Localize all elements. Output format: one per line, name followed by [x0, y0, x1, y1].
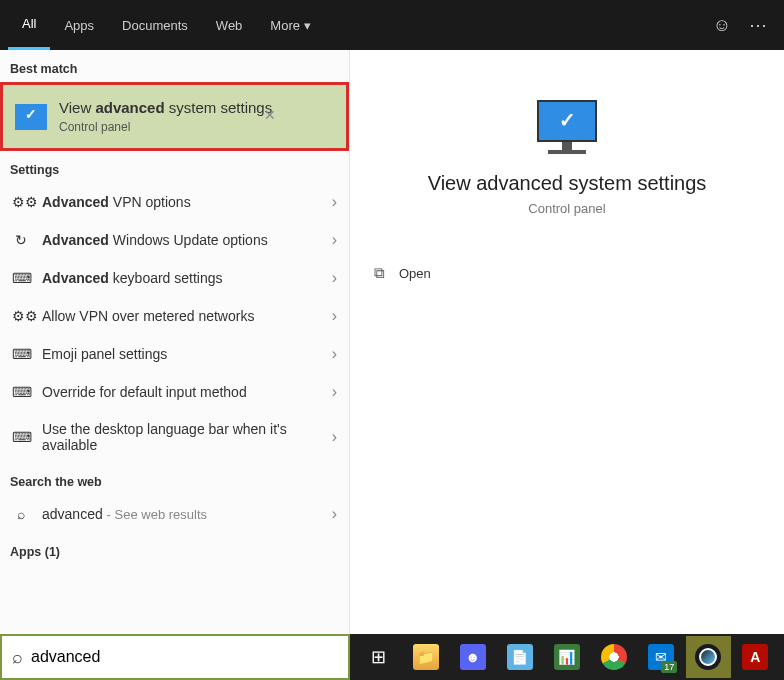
taskbar-notepad[interactable]: 📄 — [497, 636, 542, 678]
tab-apps[interactable]: Apps — [50, 0, 108, 50]
search-input[interactable] — [23, 648, 338, 666]
best-match-subtitle: Control panel — [59, 120, 334, 134]
section-best-match: Best match — [0, 50, 349, 82]
taskbar-file-explorer[interactable]: 📁 — [403, 636, 448, 678]
search-icon: ⌕ — [12, 506, 30, 522]
tab-web[interactable]: Web — [202, 0, 257, 50]
chevron-right-icon: › — [332, 505, 337, 523]
settings-result[interactable]: ⌨Override for default input method› — [0, 373, 349, 411]
chevron-right-icon: › — [332, 345, 337, 363]
tab-more[interactable]: More ▾ — [256, 0, 324, 50]
tab-documents[interactable]: Documents — [108, 0, 202, 50]
open-action[interactable]: ⧉ Open — [370, 256, 764, 290]
taskbar: ⊞ 📁 ☻ 📄 📊 ✉17 A — [350, 634, 784, 680]
chevron-right-icon: › — [332, 307, 337, 325]
best-match-title: View advanced system settings — [59, 99, 334, 116]
section-settings: Settings — [0, 151, 349, 183]
preview-title: View advanced system settings — [370, 172, 764, 195]
settings-item-icon: ⌨ — [12, 429, 30, 445]
settings-item-label: Advanced VPN options — [42, 194, 320, 210]
settings-result[interactable]: ⌨Advanced keyboard settings› — [0, 259, 349, 297]
search-filter-tabs: All Apps Documents Web More ▾ ☺ ⋯ — [0, 0, 784, 50]
taskbar-discord[interactable]: ☻ — [450, 636, 495, 678]
settings-item-label: Advanced keyboard settings — [42, 270, 320, 286]
settings-item-icon: ⚙⚙ — [12, 308, 30, 324]
preview-icon: View advanced system settings Control pa… — [370, 100, 764, 216]
taskbar-adobe-reader[interactable]: A — [733, 636, 778, 678]
search-icon: ⌕ — [12, 647, 23, 668]
settings-item-label: Emoji panel settings — [42, 346, 320, 362]
best-match-result[interactable]: View advanced system settings Control pa… — [0, 82, 349, 151]
settings-item-label: Use the desktop language bar when it's a… — [42, 421, 320, 453]
taskbar-steam[interactable] — [686, 636, 731, 678]
settings-item-label: Allow VPN over metered networks — [42, 308, 320, 324]
settings-result[interactable]: ⌨Use the desktop language bar when it's … — [0, 411, 349, 463]
chevron-right-icon: › — [332, 428, 337, 446]
section-search-web: Search the web — [0, 463, 349, 495]
task-view-button[interactable]: ⊞ — [356, 636, 401, 678]
settings-result[interactable]: ⚙⚙Allow VPN over metered networks› — [0, 297, 349, 335]
close-icon[interactable]: ✕ — [264, 107, 276, 123]
preview-pane: View advanced system settings Control pa… — [350, 50, 784, 634]
settings-item-icon: ⌨ — [12, 346, 30, 362]
open-icon: ⧉ — [374, 264, 385, 282]
settings-result[interactable]: ⌨Emoji panel settings› — [0, 335, 349, 373]
taskbar-chrome[interactable] — [592, 636, 637, 678]
settings-item-icon: ⚙⚙ — [12, 194, 30, 210]
settings-item-label: Override for default input method — [42, 384, 320, 400]
settings-result[interactable]: ↻Advanced Windows Update options› — [0, 221, 349, 259]
settings-item-icon: ↻ — [12, 232, 30, 248]
feedback-icon[interactable]: ☺ — [704, 0, 740, 50]
settings-item-icon: ⌨ — [12, 384, 30, 400]
taskbar-task-manager[interactable]: 📊 — [544, 636, 589, 678]
chevron-right-icon: › — [332, 269, 337, 287]
search-box[interactable]: ⌕ — [0, 634, 350, 680]
more-options-icon[interactable]: ⋯ — [740, 0, 776, 50]
tab-all[interactable]: All — [8, 0, 50, 50]
section-apps: Apps (1) — [0, 533, 349, 565]
preview-subtitle: Control panel — [370, 201, 764, 216]
settings-item-label: Advanced Windows Update options — [42, 232, 320, 248]
system-settings-icon — [15, 104, 47, 130]
settings-result[interactable]: ⚙⚙Advanced VPN options› — [0, 183, 349, 221]
settings-item-icon: ⌨ — [12, 270, 30, 286]
chevron-right-icon: › — [332, 193, 337, 211]
chevron-right-icon: › — [332, 383, 337, 401]
results-pane: Best match View advanced system settings… — [0, 50, 350, 634]
chevron-right-icon: › — [332, 231, 337, 249]
taskbar-mail[interactable]: ✉17 — [639, 636, 684, 678]
web-search-result[interactable]: ⌕ advanced - See web results › — [0, 495, 349, 533]
